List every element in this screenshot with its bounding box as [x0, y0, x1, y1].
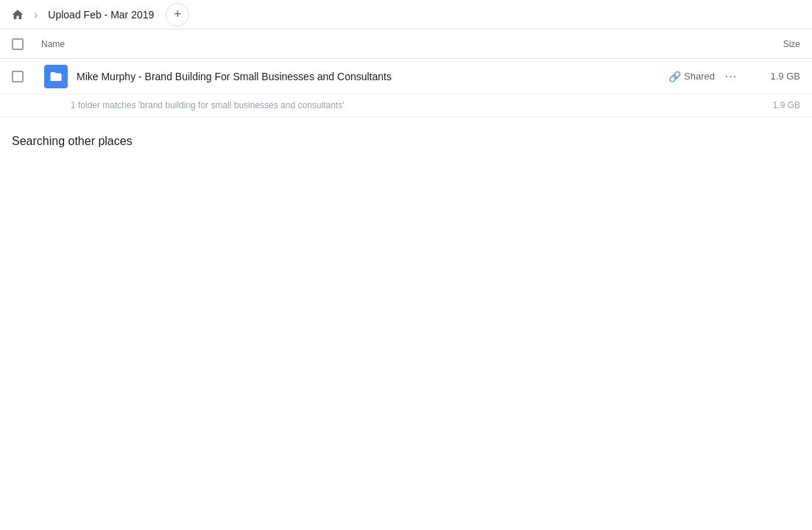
link-icon: 🔗: [668, 71, 681, 82]
table-row[interactable]: Mike Murphy - Brand Building For Small B…: [0, 59, 812, 94]
loading-dots: [138, 140, 152, 143]
size-column-header: Size: [741, 39, 800, 49]
shared-badge: 🔗 Shared: [668, 71, 715, 82]
header-checkbox-col: [12, 38, 41, 50]
more-options-button[interactable]: ···: [721, 66, 741, 87]
column-header-row: Name Size: [0, 29, 812, 59]
breadcrumb-bar: › Upload Feb - Mar 2019 +: [0, 0, 812, 29]
select-all-checkbox[interactable]: [12, 38, 24, 50]
add-icon: +: [174, 7, 182, 22]
more-icon: ···: [725, 70, 737, 83]
breadcrumb-title: Upload Feb - Mar 2019: [48, 9, 154, 21]
match-info-row: 1 folder matches 'brand building for sma…: [0, 94, 812, 117]
match-info-size: 1.9 GB: [741, 100, 800, 110]
home-button[interactable]: [6, 3, 29, 26]
file-icon-col: [41, 65, 71, 88]
breadcrumb-item[interactable]: Upload Feb - Mar 2019: [42, 6, 160, 24]
shared-label: Shared: [684, 71, 715, 82]
searching-section: Searching other places: [0, 117, 812, 160]
folder-icon: [44, 65, 68, 88]
name-column-header: Name: [41, 39, 741, 49]
file-size: 1.9 GB: [741, 71, 800, 82]
file-name: Mike Murphy - Brand Building For Small B…: [71, 71, 668, 82]
row-checkbox[interactable]: [12, 71, 24, 82]
searching-title: Searching other places: [12, 135, 133, 148]
add-button[interactable]: +: [166, 3, 189, 26]
file-actions: 🔗 Shared ···: [668, 66, 741, 87]
match-info-text: 1 folder matches 'brand building for sma…: [71, 100, 741, 110]
row-checkbox-col: [12, 71, 41, 82]
breadcrumb-chevron: ›: [34, 8, 38, 21]
